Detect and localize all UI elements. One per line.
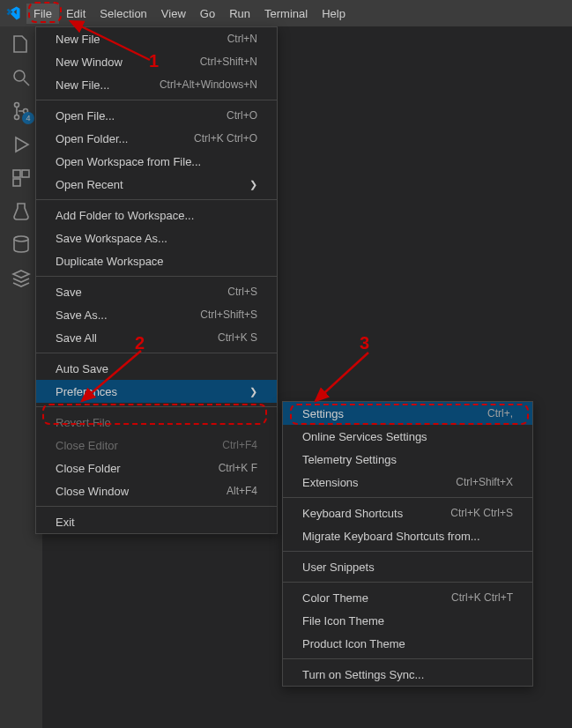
file-menu-item-preferences[interactable]: Preferences❯	[36, 380, 277, 403]
menubar-item-file[interactable]: File	[26, 4, 59, 24]
menu-item-label: User Snippets	[302, 561, 375, 574]
menu-item-shortcut: Ctrl+Shift+X	[456, 476, 513, 488]
activity-badge: 4	[22, 112, 34, 124]
source-control-icon[interactable]: 4	[11, 100, 32, 122]
prefs-menu-separator	[283, 582, 532, 583]
menu-item-label: Keyboard Shortcuts	[302, 507, 403, 520]
file-menu-item-exit[interactable]: Exit	[36, 510, 277, 533]
prefs-menu-item-settings[interactable]: SettingsCtrl+,	[283, 402, 532, 425]
menu-item-label: Settings	[302, 407, 344, 420]
stack-icon[interactable]	[11, 268, 32, 289]
menu-item-label: Extensions	[302, 476, 359, 489]
menu-item-shortcut: Ctrl+,	[487, 407, 513, 420]
menu-item-label: Open Workspace from File...	[56, 155, 201, 168]
file-menu-item-new-window[interactable]: New WindowCtrl+Shift+N	[36, 50, 277, 73]
file-menu-item-close-window[interactable]: Close WindowAlt+F4	[36, 479, 277, 502]
extensions-icon[interactable]	[11, 167, 32, 189]
menu-item-label: New File...	[56, 78, 109, 92]
menu-item-label: Online Services Settings	[302, 430, 427, 443]
file-menu-dropdown: New FileCtrl+NNew WindowCtrl+Shift+NNew …	[35, 26, 278, 534]
menu-item-label: New File	[56, 33, 100, 46]
prefs-menu-separator	[283, 551, 532, 552]
chevron-right-icon: ❯	[249, 179, 257, 190]
menubar-item-go[interactable]: Go	[193, 4, 222, 24]
menu-item-label: Preferences	[56, 385, 117, 398]
menu-item-shortcut: Ctrl+K F	[219, 462, 257, 474]
svg-point-0	[14, 71, 25, 81]
vscode-logo-icon	[5, 5, 21, 21]
menu-item-shortcut: Alt+F4	[227, 485, 257, 497]
file-menu-item-save[interactable]: SaveCtrl+S	[36, 280, 277, 303]
menu-item-shortcut: Ctrl+N	[227, 33, 257, 45]
menu-item-label: Exit	[56, 516, 75, 529]
run-debug-icon[interactable]	[11, 134, 32, 155]
menu-item-label: Save Workspace As...	[56, 232, 167, 245]
prefs-menu-item-product-icon-theme[interactable]: Product Icon Theme	[283, 632, 532, 655]
file-menu-separator	[36, 406, 277, 407]
menu-item-label: Color Theme	[302, 591, 368, 605]
menu-item-label: File Icon Theme	[302, 614, 384, 628]
prefs-menu-item-file-icon-theme[interactable]: File Icon Theme	[283, 609, 532, 632]
menu-item-shortcut: Ctrl+K Ctrl+S	[450, 507, 513, 519]
menu-item-label: New Window	[56, 56, 123, 69]
file-menu-item-close-folder[interactable]: Close FolderCtrl+K F	[36, 457, 277, 479]
svg-line-1	[24, 80, 29, 85]
menubar-item-edit[interactable]: Edit	[59, 4, 93, 24]
menu-item-label: Open Recent	[56, 178, 123, 191]
prefs-menu-separator	[283, 497, 532, 498]
menu-item-label: Close Window	[56, 485, 129, 498]
menubar-item-terminal[interactable]: Terminal	[257, 4, 315, 24]
menu-item-shortcut: Ctrl+Alt+Windows+N	[160, 78, 257, 91]
files-icon[interactable]	[11, 33, 32, 55]
menu-item-label: Duplicate Workspace	[56, 255, 164, 268]
menu-item-shortcut: Ctrl+O	[227, 109, 257, 122]
file-menu-item-add-folder-to-workspace[interactable]: Add Folder to Workspace...	[36, 204, 277, 227]
database-icon[interactable]	[11, 234, 32, 256]
prefs-menu-item-keyboard-shortcuts[interactable]: Keyboard ShortcutsCtrl+K Ctrl+S	[283, 501, 532, 524]
menu-item-shortcut: Ctrl+K Ctrl+T	[451, 591, 513, 604]
search-icon[interactable]	[11, 67, 32, 88]
menu-item-label: Revert File	[56, 416, 111, 429]
menu-item-label: Close Folder	[56, 462, 121, 475]
menu-item-label: Open Folder...	[56, 132, 128, 145]
prefs-menu-item-migrate-keyboard-shortcuts-from[interactable]: Migrate Keyboard Shortcuts from...	[283, 524, 532, 547]
menu-item-label: Save All	[56, 331, 97, 345]
file-menu-item-open-workspace-from-file[interactable]: Open Workspace from File...	[36, 150, 277, 173]
file-menu-item-save-as[interactable]: Save As...Ctrl+Shift+S	[36, 303, 277, 326]
menu-item-label: Auto Save	[56, 362, 108, 375]
menubar-item-view[interactable]: View	[154, 4, 193, 24]
prefs-menu-item-telemetry-settings[interactable]: Telemetry Settings	[283, 448, 532, 471]
menubar-item-run[interactable]: Run	[222, 4, 257, 24]
file-menu-item-duplicate-workspace[interactable]: Duplicate Workspace	[36, 249, 277, 272]
test-icon[interactable]	[11, 201, 32, 222]
file-menu-item-open-recent[interactable]: Open Recent❯	[36, 173, 277, 196]
prefs-menu-item-user-snippets[interactable]: User Snippets	[283, 555, 532, 578]
preferences-submenu-dropdown: SettingsCtrl+,Online Services SettingsTe…	[282, 401, 533, 687]
menu-item-shortcut: Ctrl+K S	[218, 331, 257, 344]
file-menu-item-save-all[interactable]: Save AllCtrl+K S	[36, 326, 277, 349]
file-menu-item-revert-file: Revert File	[36, 411, 277, 434]
svg-point-2	[15, 103, 19, 108]
svg-point-3	[15, 115, 19, 120]
file-menu-item-open-folder[interactable]: Open Folder...Ctrl+K Ctrl+O	[36, 127, 277, 150]
menu-item-label: Add Folder to Workspace...	[56, 209, 194, 222]
prefs-menu-item-turn-on-settings-sync[interactable]: Turn on Settings Sync...	[283, 663, 532, 686]
prefs-menu-item-color-theme[interactable]: Color ThemeCtrl+K Ctrl+T	[283, 586, 532, 609]
file-menu-item-new-file[interactable]: New File...Ctrl+Alt+Windows+N	[36, 73, 277, 96]
prefs-menu-item-extensions[interactable]: ExtensionsCtrl+Shift+X	[283, 471, 532, 494]
file-menu-separator	[36, 199, 277, 200]
svg-rect-6	[22, 170, 29, 177]
file-menu-item-open-file[interactable]: Open File...Ctrl+O	[36, 104, 277, 127]
svg-rect-5	[13, 170, 20, 177]
prefs-menu-separator	[283, 658, 532, 659]
menubar-item-selection[interactable]: Selection	[93, 4, 153, 24]
menu-item-label: Migrate Keyboard Shortcuts from...	[302, 530, 480, 543]
file-menu-separator	[36, 276, 277, 277]
prefs-menu-item-online-services-settings[interactable]: Online Services Settings	[283, 425, 532, 448]
file-menu-item-new-file[interactable]: New FileCtrl+N	[36, 27, 277, 50]
file-menu-item-save-workspace-as[interactable]: Save Workspace As...	[36, 227, 277, 249]
menu-item-label: Product Icon Theme	[302, 637, 405, 650]
menubar-item-help[interactable]: Help	[315, 4, 353, 24]
file-menu-item-auto-save[interactable]: Auto Save	[36, 357, 277, 380]
menu-item-label: Turn on Settings Sync...	[302, 668, 424, 681]
